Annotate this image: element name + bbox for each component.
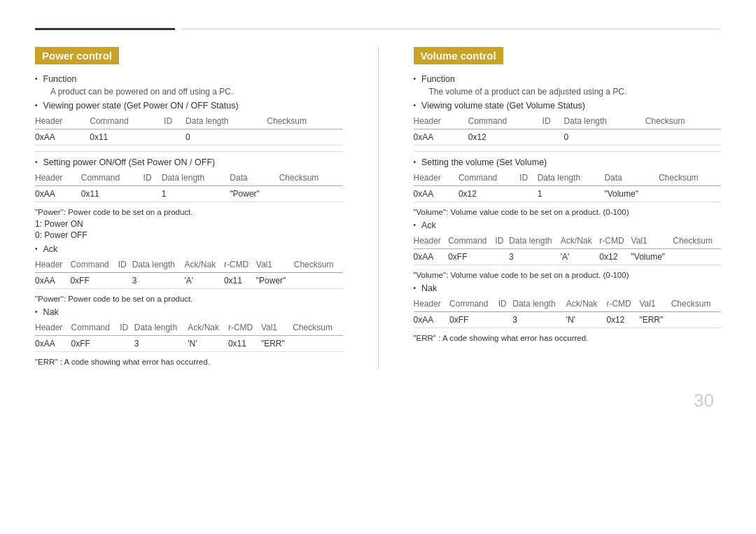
divider1	[35, 151, 343, 152]
volume-table2: Header Command ID Data length Data Check…	[414, 170, 722, 202]
td-command: 0xFF	[70, 273, 118, 289]
td-header: 0xAA	[35, 186, 81, 202]
td-datalength: 3	[132, 273, 185, 289]
th-datalength2: Data length	[162, 170, 230, 186]
vth-command2: Command	[458, 170, 519, 186]
top-line-thin	[182, 29, 721, 29]
vth-datalength: Data length	[564, 113, 645, 129]
vtd-header: 0xAA	[414, 186, 458, 202]
vtd-command: 0xFF	[449, 312, 498, 328]
td-val1: "ERR"	[261, 336, 293, 352]
column-divider	[378, 47, 379, 369]
vtd-id	[498, 312, 512, 328]
table-row: 0xAA 0x12 0	[414, 129, 722, 146]
th-rcmd4: r-CMD	[228, 320, 261, 336]
vtd-header: 0xAA	[414, 129, 468, 146]
vol-setting-bullet: • Setting the volume (Set Volume)	[414, 157, 722, 167]
td-command: 0xFF	[71, 336, 120, 352]
nak-label: Nak	[43, 307, 59, 317]
function-desc: A product can be powered on and off usin…	[50, 87, 343, 97]
vtd-val1: "Volume"	[631, 249, 673, 265]
vol-setting-label: Setting the volume (Set Volume)	[421, 157, 547, 167]
power-note1: "Power": Power code to be set on a produ…	[35, 208, 343, 216]
th-id4: ID	[120, 320, 134, 336]
bullet-dot-v3: •	[414, 158, 416, 166]
td-header: 0xAA	[35, 273, 70, 289]
vol-nak-bullet: • Nak	[414, 283, 722, 293]
th-header4: Header	[35, 320, 71, 336]
vol-note1: "Volume": Volume value code to be set on…	[414, 208, 722, 216]
vtd-datalength: 0	[564, 129, 645, 146]
td-acknak: 'A'	[185, 273, 224, 289]
volume-control-section: Volume control • Function The volume of …	[414, 47, 722, 369]
vtd-val1: "ERR"	[639, 312, 671, 328]
bullet-dot5: •	[35, 308, 38, 316]
vtd-id	[542, 129, 564, 146]
vtd-command: 0x12	[458, 186, 519, 202]
th-acknak4: Ack/Nak	[188, 320, 228, 336]
vth-data2: Data	[604, 170, 658, 186]
vtd-datalength: 3	[509, 249, 561, 265]
vtd-datalength: 3	[512, 312, 566, 328]
td-val1: "Power"	[256, 273, 294, 289]
vol-ack-bullet: • Ack	[414, 220, 722, 230]
vtd-header: 0xAA	[414, 249, 449, 265]
vtd-id	[495, 249, 509, 265]
vol-function-label: Function	[421, 74, 455, 84]
vtd-command: 0x12	[468, 129, 542, 146]
vol-viewing-state-label: Viewing volume state (Get Volume Status)	[421, 101, 585, 111]
vtd-rcmd: 0x12	[599, 249, 631, 265]
vol-note2: "Volume": Volume value code to be set on…	[414, 271, 722, 279]
power-list2: 0: Power OFF	[35, 230, 343, 240]
bullet-dot2: •	[35, 101, 38, 109]
vtd-checksum	[659, 186, 721, 202]
th-data2: Data	[230, 170, 279, 186]
vth-checksum2: Checksum	[659, 170, 721, 186]
td-checksum	[293, 336, 342, 352]
viewing-state-bullet: • Viewing power state (Get Power ON / OF…	[35, 101, 343, 111]
th-command4: Command	[71, 320, 120, 336]
vol-nak-label: Nak	[421, 283, 437, 293]
vth-acknak3: Ack/Nak	[561, 233, 600, 249]
vth-acknak4: Ack/Nak	[566, 296, 607, 312]
vol-viewing-state-bullet: • Viewing volume state (Get Volume Statu…	[414, 101, 722, 111]
vth-rcmd3: r-CMD	[599, 233, 631, 249]
vth-val13: Val1	[631, 233, 673, 249]
vtd-data: "Volume"	[604, 186, 658, 202]
setting-bullet: • Setting power ON/Off (Set Power ON / O…	[35, 157, 343, 167]
th-id: ID	[164, 113, 186, 129]
vth-header3: Header	[414, 233, 449, 249]
th-header: Header	[35, 113, 90, 129]
bullet-dot-v1: •	[414, 75, 416, 83]
th-command: Command	[90, 113, 164, 129]
vtd-command: 0xFF	[448, 249, 495, 265]
power-control-section: Power control • Function A product can b…	[35, 47, 343, 369]
table-row: 0xAA 0x11 1 "Power"	[35, 186, 343, 202]
td-id	[164, 129, 186, 146]
table-row: 0xAA 0xFF 3 'A' 0x11 "Power"	[35, 273, 343, 289]
td-checksum	[279, 186, 343, 202]
vth-checksum4: Checksum	[671, 296, 721, 312]
th-datalength: Data length	[186, 113, 267, 129]
power-control-title: Power control	[35, 47, 119, 64]
th-command2: Command	[81, 170, 144, 186]
vth-command3: Command	[448, 233, 495, 249]
vth-id3: ID	[495, 233, 509, 249]
vtd-checksum	[645, 129, 721, 146]
td-datalength: 0	[186, 129, 267, 146]
bullet-dot-v2: •	[414, 101, 416, 109]
vth-checksum3: Checksum	[673, 233, 721, 249]
table-row: 0xAA 0xFF 3 'A' 0x12 "Volume"	[414, 249, 722, 265]
power-list1: 1: Power ON	[35, 219, 343, 229]
td-acknak: 'N'	[188, 336, 228, 352]
th-checksum: Checksum	[267, 113, 342, 129]
vtd-checksum	[671, 312, 721, 328]
vtd-checksum	[673, 249, 721, 265]
vth-datalength4: Data length	[512, 296, 566, 312]
vtd-acknak: 'A'	[561, 249, 600, 265]
vol-function-bullet: • Function	[414, 74, 722, 84]
top-line	[35, 28, 721, 30]
td-datalength: 3	[134, 336, 188, 352]
td-datalength: 1	[162, 186, 230, 202]
vth-id4: ID	[498, 296, 512, 312]
